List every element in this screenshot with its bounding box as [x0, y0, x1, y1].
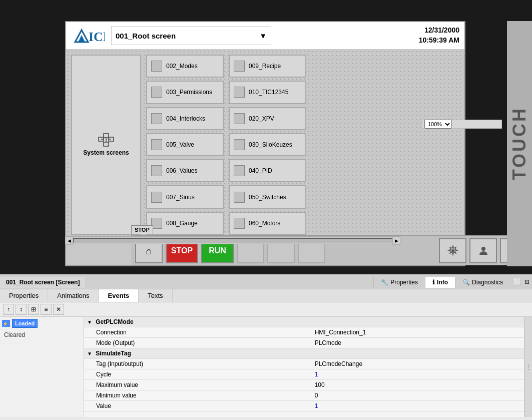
move-down-button[interactable]: ↕	[16, 304, 27, 315]
get-plcmode-group: ▼ GetPLCMode	[84, 317, 524, 327]
events-content: ⚡ Loaded Cleared ▼ GetPLCMode	[0, 317, 532, 417]
diagnostics-tab-label: Diagnostics	[472, 279, 503, 286]
simulate-tag-group: ▼ SimulateTag	[84, 348, 524, 359]
resize-dots-icon: ⋮	[525, 363, 531, 370]
simulate-arrow-icon: ▼	[87, 351, 92, 356]
max-value-value: 100	[311, 380, 524, 390]
properties-tab-label: Properties	[390, 279, 418, 286]
nav-btn-006[interactable]: 006_Values	[146, 159, 224, 182]
user-button[interactable]	[469, 238, 497, 263]
nav-btn-040[interactable]: 040_PID	[229, 159, 306, 182]
panel-close-button[interactable]: ⊟	[522, 277, 532, 287]
min-value-row: Minimum value 0	[84, 390, 524, 401]
nav-btn-050-label: 050_Switches	[249, 194, 286, 201]
nav-btn-030[interactable]: 030_SiloKeuzes	[229, 133, 306, 156]
cycle-label: Cycle	[84, 369, 311, 380]
mode-output-value: PLCmode	[311, 338, 524, 348]
dropdown-arrow-icon[interactable]: ▼	[259, 32, 267, 40]
touch-label: TOUCH	[509, 107, 530, 180]
nav-btn-050[interactable]: 050_Switches	[229, 185, 306, 208]
bottom-panel: 001_Root screen [Screen] 🔧 Properties ℹ …	[0, 274, 532, 420]
btn-square-icon	[151, 139, 162, 150]
system-screens-label: System screens	[83, 149, 129, 156]
max-value-label: Maximum value	[84, 380, 311, 390]
hmi-scrollbar[interactable]: ◀ ▶	[65, 236, 400, 244]
info-tab-icon: ℹ	[432, 279, 435, 286]
panel-expand-button[interactable]: ⬜	[512, 277, 522, 287]
tab-properties[interactable]: 🔧 Properties	[373, 277, 425, 288]
cycle-value: 1	[311, 369, 524, 380]
scroll-track[interactable]	[73, 238, 392, 243]
content-tab-texts-label: Texts	[148, 292, 163, 299]
nav-btn-060[interactable]: 060_Motors	[229, 212, 306, 235]
events-right-panel: ▼ GetPLCMode Connection HMI_Connection_1…	[84, 317, 524, 417]
hmi-screen: ICL 001_Root screen ▼ 12/31/2000 10:59:3…	[65, 21, 465, 266]
svg-point-11	[481, 247, 485, 251]
nav-btn-030-label: 030_SiloKeuzes	[249, 141, 292, 148]
min-value-value: 0	[311, 390, 524, 401]
nav-btn-008-label: 008_Gauge	[166, 220, 198, 227]
btn-square-icon	[234, 87, 245, 98]
nav-btn-010[interactable]: 010_TIC12345	[229, 81, 306, 104]
datetime-display: 12/31/2000 10:59:39 AM	[419, 26, 459, 45]
tag-io-label: Tag (Input/output)	[84, 359, 311, 369]
nav-btn-005-label: 005_Valve	[166, 141, 194, 148]
get-plcmode-label: GetPLCMode	[96, 318, 133, 325]
tab-info[interactable]: ℹ Info	[425, 277, 455, 288]
content-tab-row: Properties Animations Events Texts	[0, 289, 532, 302]
svg-rect-6	[104, 142, 109, 146]
zoom-select[interactable]: 100% 50% 75% 125% 150%	[424, 120, 452, 129]
system-screens-button[interactable]: System screens	[71, 55, 141, 235]
logo-box: ICL	[71, 25, 106, 46]
nav-btn-020[interactable]: 020_XPV	[229, 107, 306, 130]
collapse-button[interactable]: ≡	[41, 304, 52, 315]
panel-tabs: 🔧 Properties ℹ Info 🔍 Diagnostics ⬜ ⊟	[373, 277, 532, 288]
stop-status-label: STOP	[131, 225, 153, 234]
resize-handle[interactable]: ⋮	[524, 317, 532, 417]
btn-square-icon	[234, 192, 245, 203]
tab-diagnostics[interactable]: 🔍 Diagnostics	[455, 277, 510, 288]
btn-square-icon	[151, 87, 162, 98]
content-tab-texts[interactable]: Texts	[139, 289, 172, 302]
nav-btn-003[interactable]: 003_Permissions	[146, 81, 224, 104]
btn-square-icon	[234, 139, 245, 150]
events-toolbar: ↑ ↕ ⊞ ≡ ✕	[0, 302, 532, 317]
connection-value: HMI_Connection_1	[311, 327, 524, 338]
expand-button[interactable]: ⊞	[28, 304, 39, 315]
hmi-header: ICL 001_Root screen ▼ 12/31/2000 10:59:3…	[66, 22, 464, 50]
nav-btn-007[interactable]: 007_Sinus	[146, 185, 224, 208]
nav-btn-008[interactable]: 008_Gauge	[146, 212, 224, 235]
content-tab-animations-label: Animations	[57, 292, 89, 299]
move-up-button[interactable]: ↑	[3, 304, 14, 315]
cleared-text: Cleared	[2, 330, 82, 340]
svg-text:⚡: ⚡	[3, 321, 9, 327]
nav-btn-009[interactable]: 009_Recipe	[229, 55, 306, 78]
settings-button[interactable]	[439, 238, 466, 263]
screen-selector[interactable]: 001_Root screen ▼	[111, 26, 271, 45]
home-icon: ⌂	[146, 245, 152, 257]
delete-button[interactable]: ✕	[53, 304, 64, 315]
nav-btn-006-label: 006_Values	[166, 167, 198, 174]
tag-io-value: PLCmodeChange	[311, 359, 524, 369]
touch-text-area: TOUCH	[507, 21, 532, 266]
nav-btn-005[interactable]: 005_Valve	[146, 133, 224, 156]
nav-btn-004-label: 004_Interlocks	[166, 115, 205, 122]
content-tab-events[interactable]: Events	[99, 289, 139, 302]
run-label-icon: RUN	[209, 246, 226, 255]
svg-point-10	[451, 249, 454, 252]
nav-btn-004[interactable]: 004_Interlocks	[146, 107, 224, 130]
nav-col-1: 002_Modes 003_Permissions 004_Interlocks…	[146, 55, 224, 235]
stop-label-icon: STOP	[171, 246, 193, 255]
info-tab-label: Info	[437, 279, 448, 286]
content-tab-animations[interactable]: Animations	[48, 289, 99, 302]
properties-tab-icon: 🔧	[381, 279, 388, 286]
scroll-left-arrow[interactable]: ◀	[65, 237, 73, 245]
group-arrow-icon: ▼	[87, 319, 92, 325]
screen-selector-text: 001_Root screen	[116, 32, 176, 40]
btn-square-icon	[151, 61, 162, 72]
nav-btn-002-label: 002_Modes	[166, 63, 198, 70]
nav-btn-002[interactable]: 002_Modes	[146, 55, 224, 78]
nav-btn-009-label: 009_Recipe	[249, 63, 281, 70]
content-tab-properties[interactable]: Properties	[0, 289, 48, 302]
scroll-right-arrow[interactable]: ▶	[392, 237, 400, 245]
